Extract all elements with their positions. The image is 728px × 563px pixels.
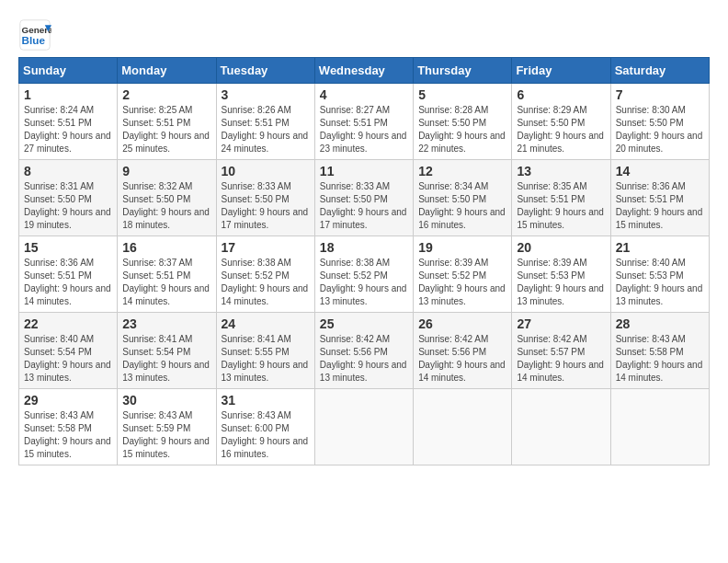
sunset-label: Sunset: 5:52 PM (418, 270, 486, 281)
sunset-label: Sunset: 5:51 PM (222, 118, 290, 128)
calendar-day-2: 2 Sunrise: 8:25 AM Sunset: 5:51 PM Dayli… (118, 84, 216, 160)
daylight-label: Daylight: 9 hours and 16 minutes. (222, 436, 309, 459)
sunset-label: Sunset: 6:00 PM (222, 423, 290, 433)
calendar-day-23: 23 Sunrise: 8:41 AM Sunset: 5:54 PM Dayl… (118, 313, 216, 389)
day-info: Sunrise: 8:38 AM Sunset: 5:52 PM Dayligh… (320, 257, 408, 308)
calendar-week-2: 8 Sunrise: 8:31 AM Sunset: 5:50 PM Dayli… (19, 160, 710, 236)
calendar-day-14: 14 Sunrise: 8:36 AM Sunset: 5:51 PM Dayl… (610, 160, 709, 236)
daylight-label: Daylight: 9 hours and 13 minutes. (517, 283, 604, 306)
sunset-label: Sunset: 5:50 PM (222, 194, 290, 204)
sunset-label: Sunset: 5:51 PM (517, 194, 585, 204)
sunrise-label: Sunrise: 8:27 AM (320, 105, 390, 115)
day-number: 8 (24, 164, 112, 178)
day-info: Sunrise: 8:43 AM Sunset: 5:58 PM Dayligh… (616, 333, 704, 385)
sunrise-label: Sunrise: 8:42 AM (320, 334, 390, 344)
calendar-day-7: 7 Sunrise: 8:30 AM Sunset: 5:50 PM Dayli… (610, 84, 709, 160)
calendar-day-18: 18 Sunrise: 8:38 AM Sunset: 5:52 PM Dayl… (314, 236, 413, 313)
daylight-label: Daylight: 9 hours and 22 minutes. (418, 131, 506, 154)
calendar-week-1: 1 Sunrise: 8:24 AM Sunset: 5:51 PM Dayli… (19, 84, 710, 160)
calendar-day-3: 3 Sunrise: 8:26 AM Sunset: 5:51 PM Dayli… (216, 84, 314, 160)
logo-icon: General Blue (18, 18, 51, 52)
sunrise-label: Sunrise: 8:29 AM (517, 105, 586, 115)
calendar-day-19: 19 Sunrise: 8:39 AM Sunset: 5:52 PM Dayl… (414, 236, 512, 313)
calendar-day-28: 28 Sunrise: 8:43 AM Sunset: 5:58 PM Dayl… (610, 313, 709, 389)
day-number: 12 (418, 164, 506, 178)
weekday-header-friday: Friday (512, 58, 610, 84)
day-info: Sunrise: 8:35 AM Sunset: 5:51 PM Dayligh… (517, 180, 605, 232)
calendar-day-8: 8 Sunrise: 8:31 AM Sunset: 5:50 PM Dayli… (19, 160, 118, 236)
calendar-day-17: 17 Sunrise: 8:38 AM Sunset: 5:52 PM Dayl… (216, 236, 314, 313)
daylight-label: Daylight: 9 hours and 27 minutes. (24, 131, 111, 154)
calendar-day-9: 9 Sunrise: 8:32 AM Sunset: 5:50 PM Dayli… (118, 160, 216, 236)
day-number: 1 (24, 87, 112, 102)
calendar-day-25: 25 Sunrise: 8:42 AM Sunset: 5:56 PM Dayl… (314, 313, 413, 389)
calendar-day-4: 4 Sunrise: 8:27 AM Sunset: 5:51 PM Dayli… (314, 84, 413, 160)
day-info: Sunrise: 8:36 AM Sunset: 5:51 PM Dayligh… (24, 257, 112, 308)
empty-cell (512, 389, 610, 465)
daylight-label: Daylight: 9 hours and 13 minutes. (418, 283, 506, 306)
sunset-label: Sunset: 5:51 PM (616, 194, 684, 204)
day-number: 10 (222, 164, 310, 178)
sunrise-label: Sunrise: 8:24 AM (24, 105, 94, 115)
day-number: 16 (122, 240, 210, 255)
day-number: 4 (320, 87, 408, 102)
sunset-label: Sunset: 5:51 PM (24, 270, 92, 281)
sunrise-label: Sunrise: 8:37 AM (122, 258, 192, 268)
day-info: Sunrise: 8:41 AM Sunset: 5:55 PM Dayligh… (222, 333, 310, 385)
sunset-label: Sunset: 5:54 PM (24, 347, 92, 357)
daylight-label: Daylight: 9 hours and 14 minutes. (24, 283, 111, 306)
svg-text:Blue: Blue (22, 34, 46, 46)
day-number: 7 (616, 87, 704, 102)
sunrise-label: Sunrise: 8:25 AM (122, 105, 192, 115)
calendar-table: SundayMondayTuesdayWednesdayThursdayFrid… (18, 57, 710, 465)
daylight-label: Daylight: 9 hours and 13 minutes. (24, 360, 111, 383)
sunset-label: Sunset: 5:57 PM (517, 347, 585, 357)
sunset-label: Sunset: 5:58 PM (616, 347, 684, 357)
day-info: Sunrise: 8:43 AM Sunset: 5:59 PM Dayligh… (122, 409, 210, 461)
day-number: 28 (616, 316, 704, 331)
sunrise-label: Sunrise: 8:36 AM (24, 258, 94, 268)
day-number: 30 (122, 393, 210, 408)
daylight-label: Daylight: 9 hours and 15 minutes. (517, 207, 604, 230)
sunrise-label: Sunrise: 8:42 AM (517, 334, 586, 344)
daylight-label: Daylight: 9 hours and 14 minutes. (222, 283, 309, 306)
sunrise-label: Sunrise: 8:30 AM (616, 105, 686, 115)
sunset-label: Sunset: 5:50 PM (418, 118, 486, 128)
sunset-label: Sunset: 5:50 PM (517, 118, 585, 128)
day-info: Sunrise: 8:25 AM Sunset: 5:51 PM Dayligh… (122, 104, 210, 155)
daylight-label: Daylight: 9 hours and 13 minutes. (222, 360, 309, 383)
sunset-label: Sunset: 5:51 PM (24, 118, 92, 128)
day-number: 19 (418, 240, 506, 255)
calendar-day-13: 13 Sunrise: 8:35 AM Sunset: 5:51 PM Dayl… (512, 160, 610, 236)
sunset-label: Sunset: 5:55 PM (222, 347, 290, 357)
sunrise-label: Sunrise: 8:38 AM (320, 258, 390, 268)
daylight-label: Daylight: 9 hours and 13 minutes. (320, 283, 407, 306)
calendar-week-3: 15 Sunrise: 8:36 AM Sunset: 5:51 PM Dayl… (19, 236, 710, 313)
daylight-label: Daylight: 9 hours and 16 minutes. (418, 207, 506, 230)
sunrise-label: Sunrise: 8:31 AM (24, 181, 94, 191)
sunset-label: Sunset: 5:52 PM (320, 270, 388, 281)
day-info: Sunrise: 8:36 AM Sunset: 5:51 PM Dayligh… (616, 180, 704, 232)
day-info: Sunrise: 8:26 AM Sunset: 5:51 PM Dayligh… (222, 104, 310, 155)
day-number: 23 (122, 316, 210, 331)
day-number: 26 (418, 316, 506, 331)
calendar-day-20: 20 Sunrise: 8:39 AM Sunset: 5:53 PM Dayl… (512, 236, 610, 313)
sunrise-label: Sunrise: 8:26 AM (222, 105, 291, 115)
day-number: 25 (320, 316, 408, 331)
weekday-header-sunday: Sunday (19, 58, 118, 84)
calendar-container: General Blue SundayMondayTuesdayWednesda… (18, 18, 710, 465)
sunset-label: Sunset: 5:54 PM (122, 347, 190, 357)
calendar-day-1: 1 Sunrise: 8:24 AM Sunset: 5:51 PM Dayli… (19, 84, 118, 160)
sunset-label: Sunset: 5:51 PM (122, 270, 190, 281)
daylight-label: Daylight: 9 hours and 14 minutes. (616, 360, 703, 383)
day-info: Sunrise: 8:40 AM Sunset: 5:53 PM Dayligh… (616, 257, 704, 308)
daylight-label: Daylight: 9 hours and 17 minutes. (320, 207, 407, 230)
day-info: Sunrise: 8:34 AM Sunset: 5:50 PM Dayligh… (418, 180, 506, 232)
daylight-label: Daylight: 9 hours and 23 minutes. (320, 131, 407, 154)
daylight-label: Daylight: 9 hours and 24 minutes. (222, 131, 309, 154)
day-info: Sunrise: 8:32 AM Sunset: 5:50 PM Dayligh… (122, 180, 210, 232)
calendar-day-31: 31 Sunrise: 8:43 AM Sunset: 6:00 PM Dayl… (216, 389, 314, 465)
day-info: Sunrise: 8:28 AM Sunset: 5:50 PM Dayligh… (418, 104, 506, 155)
daylight-label: Daylight: 9 hours and 21 minutes. (517, 131, 604, 154)
sunrise-label: Sunrise: 8:41 AM (122, 334, 192, 344)
